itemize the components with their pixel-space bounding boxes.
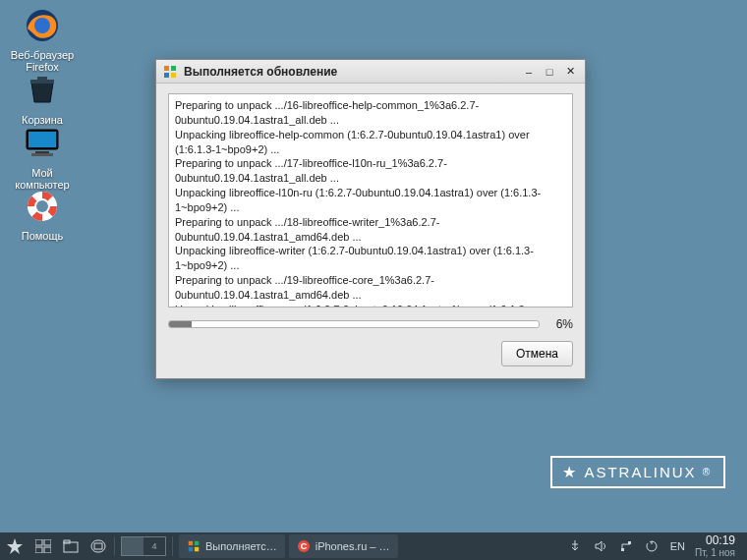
progress-bar: [168, 320, 540, 328]
usb-icon[interactable]: [564, 532, 586, 560]
computer-icon: [23, 124, 62, 163]
desktop-icon-help[interactable]: Помощь: [8, 187, 77, 242]
svg-rect-15: [35, 539, 42, 545]
svg-rect-3: [37, 77, 47, 81]
task-browser[interactable]: C iPhones.ru – …: [289, 534, 398, 558]
svg-rect-7: [31, 153, 53, 156]
svg-rect-12: [164, 73, 169, 78]
svg-marker-14: [7, 538, 23, 554]
close-button[interactable]: ✕: [561, 64, 579, 80]
taskbar: 4 Выполняетс… C iPhones.ru – … EN 00:19 …: [0, 532, 747, 560]
firefox-icon: [23, 6, 62, 45]
svg-rect-11: [171, 66, 176, 71]
os-watermark: ★ASTRALINUX®: [550, 456, 725, 488]
language-indicator[interactable]: EN: [666, 532, 689, 560]
maximize-button[interactable]: □: [541, 64, 558, 80]
workspace-1[interactable]: [122, 537, 144, 555]
start-button[interactable]: [0, 532, 29, 560]
star-icon: ★: [562, 463, 578, 481]
workspace-pager[interactable]: 4: [121, 536, 166, 556]
task-label: Выполняетс…: [205, 540, 277, 552]
desktop-icon-label: Помощь: [8, 230, 77, 242]
clock-time: 00:19: [695, 534, 735, 547]
svg-rect-18: [44, 547, 51, 553]
workspace-2[interactable]: 4: [144, 537, 165, 555]
svg-rect-29: [621, 548, 624, 551]
desktop-icon-firefox[interactable]: Веб-браузер Firefox: [8, 6, 77, 73]
app-icon: [162, 64, 178, 80]
clock-date: Пт, 1 ноя: [695, 547, 735, 558]
svg-rect-26: [195, 547, 199, 551]
svg-text:C: C: [300, 541, 307, 551]
titlebar[interactable]: Выполняется обновление – □ ✕: [156, 60, 585, 84]
svg-rect-13: [171, 73, 176, 78]
svg-point-1: [34, 18, 50, 33]
terminal-button[interactable]: [85, 532, 112, 560]
svg-rect-21: [91, 540, 105, 552]
browser-icon: C: [297, 539, 311, 553]
clock[interactable]: 00:19 Пт, 1 ноя: [693, 534, 741, 558]
svg-point-9: [36, 200, 48, 212]
trash-icon: [23, 71, 62, 110]
task-update[interactable]: Выполняетс…: [179, 534, 285, 558]
svg-rect-25: [189, 547, 193, 551]
window-title: Выполняется обновление: [184, 65, 517, 79]
updates-icon[interactable]: [641, 532, 662, 560]
desktop-icon-computer[interactable]: Мой компьютер: [8, 124, 77, 191]
cancel-button[interactable]: Отмена: [501, 341, 573, 366]
volume-icon[interactable]: [590, 532, 611, 560]
svg-rect-16: [44, 539, 51, 545]
app-icon: [187, 539, 201, 553]
update-log: Preparing to unpack .../16-libreoffice-h…: [168, 93, 573, 308]
minimize-button[interactable]: –: [520, 64, 538, 80]
system-tray: EN 00:19 Пт, 1 ноя: [564, 532, 747, 560]
show-desktop-button[interactable]: [29, 532, 57, 560]
svg-rect-10: [164, 66, 169, 71]
network-icon[interactable]: [615, 532, 637, 560]
update-window: Выполняется обновление – □ ✕ Preparing t…: [155, 59, 586, 379]
watermark-text: ASTRALINUX: [584, 464, 696, 480]
svg-rect-22: [94, 543, 102, 549]
task-label: iPhones.ru – …: [316, 540, 390, 552]
svg-rect-24: [195, 541, 199, 545]
svg-rect-17: [35, 547, 42, 553]
svg-rect-5: [29, 132, 56, 147]
svg-rect-23: [189, 541, 193, 545]
lifebuoy-icon: [23, 187, 62, 226]
desktop-icon-trash[interactable]: Корзина: [8, 71, 77, 126]
desktop-icon-label: Веб-браузер Firefox: [8, 49, 77, 73]
svg-rect-6: [35, 151, 49, 153]
file-manager-button[interactable]: [57, 532, 85, 560]
desktop: Веб-браузер Firefox Корзина Мой компьюте…: [0, 0, 747, 532]
progress-percent: 6%: [547, 317, 573, 331]
